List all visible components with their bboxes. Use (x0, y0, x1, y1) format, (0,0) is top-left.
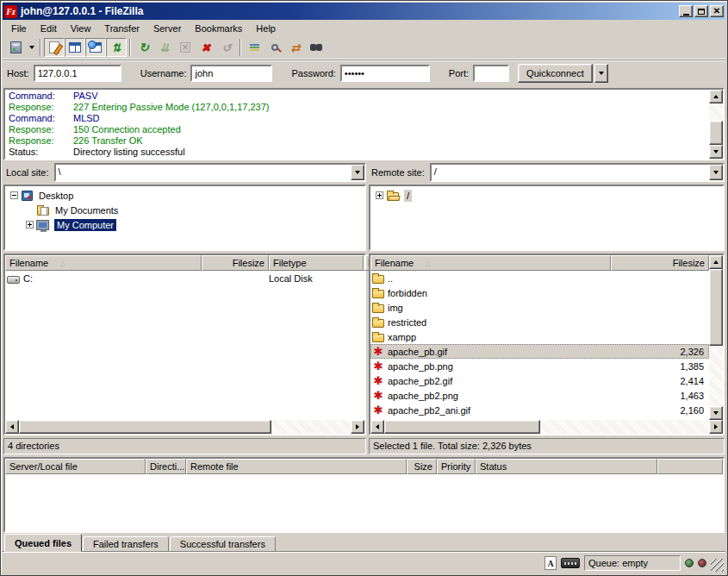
file-row[interactable]: apache_pb2.png1,463 (370, 388, 709, 403)
directory-comparison-button[interactable] (264, 38, 285, 57)
tab-successful-transfers[interactable]: Successful transfers (170, 536, 276, 552)
column-header-filesize[interactable]: Filesize (611, 255, 709, 271)
toggle-message-log-button[interactable] (44, 38, 65, 57)
queue-size-indicator: Queue: empty (584, 555, 681, 571)
column-header-filename[interactable]: Filename (5, 255, 202, 271)
file-row[interactable]: apache_pb2_ani.gif2,160 (370, 403, 709, 417)
username-input[interactable] (190, 65, 272, 82)
scroll-down-button[interactable] (709, 145, 723, 159)
reconnect-button[interactable] (216, 38, 237, 57)
scrollbar-thumb[interactable] (709, 121, 723, 145)
minimize-icon (683, 14, 689, 16)
folder-icon (372, 334, 384, 342)
cancel-operation-button[interactable] (175, 38, 196, 57)
menu-view[interactable]: View (64, 22, 98, 35)
tab-queued-files[interactable]: Queued files (4, 534, 82, 552)
quickconnect-dropdown-button[interactable] (594, 64, 608, 83)
scrollbar-thumb[interactable] (709, 269, 723, 346)
file-row[interactable]: .. (370, 271, 709, 285)
refresh-button[interactable] (134, 38, 154, 57)
refresh-icon (139, 41, 149, 53)
port-input[interactable] (473, 65, 509, 82)
scroll-left-button[interactable] (5, 420, 19, 434)
maximize-button[interactable] (694, 5, 708, 17)
toggle-local-tree-button[interactable] (65, 38, 85, 57)
process-queue-button[interactable] (154, 38, 175, 57)
log-scrollbar[interactable] (709, 90, 723, 159)
close-button[interactable] (710, 5, 724, 17)
local-horizontal-scrollbar[interactable] (5, 420, 364, 434)
remote-horizontal-scrollbar[interactable] (370, 420, 723, 434)
password-input[interactable] (340, 65, 430, 82)
toggle-remote-tree-button[interactable] (85, 38, 106, 57)
local-site-value[interactable]: \ (56, 165, 351, 180)
tree-item-my-computer[interactable]: My Computer (7, 217, 364, 232)
filename-filters-button[interactable] (244, 38, 264, 57)
column-header-size[interactable]: Size (407, 459, 437, 474)
image-file-icon (372, 360, 384, 373)
local-site-combobox[interactable]: \ (54, 163, 366, 182)
file-row[interactable]: img (370, 300, 709, 315)
scroll-up-button[interactable] (709, 90, 723, 103)
tree-item-desktop[interactable]: Desktop (7, 188, 364, 203)
file-row[interactable]: restricted (370, 315, 709, 329)
expand-icon[interactable] (376, 191, 383, 199)
transfer-type-icon[interactable] (544, 556, 557, 570)
column-header-filetype[interactable]: Filetype (269, 255, 364, 271)
folder-icon (372, 275, 384, 284)
scrollbar-thumb[interactable] (384, 420, 540, 434)
remote-vertical-scrollbar[interactable] (709, 255, 723, 420)
sort-ascending-icon (59, 260, 65, 267)
tree-item-root[interactable]: / (372, 188, 723, 203)
speed-limit-icon[interactable] (561, 558, 580, 568)
remote-site-value[interactable]: / (432, 165, 709, 180)
menu-transfer[interactable]: Transfer (97, 22, 146, 35)
scroll-left-button[interactable] (370, 420, 384, 434)
folder-icon (372, 304, 384, 313)
column-header-direction[interactable]: Directi... (146, 459, 186, 474)
cancel-icon (180, 42, 190, 53)
column-header-status[interactable]: Status (476, 459, 657, 474)
file-row-selected[interactable]: apache_pb.gif2,326 (370, 344, 709, 359)
site-manager-button[interactable] (5, 38, 26, 57)
column-header-server-local-file[interactable]: Server/Local file (5, 459, 146, 474)
find-files-button[interactable] (306, 38, 327, 57)
collapse-icon[interactable] (10, 191, 18, 199)
tab-failed-transfers[interactable]: Failed transfers (83, 536, 169, 552)
scroll-up-button[interactable] (709, 255, 723, 269)
column-header-priority[interactable]: Priority (437, 459, 476, 474)
remote-site-dropdown-button[interactable] (709, 165, 723, 180)
disconnect-icon (202, 42, 211, 53)
menu-bookmarks[interactable]: Bookmarks (188, 22, 249, 35)
file-row[interactable]: forbidden (370, 285, 709, 300)
tree-item-my-documents[interactable]: My Documents (7, 203, 364, 217)
quickconnect-button[interactable]: Quickconnect (518, 64, 593, 83)
scroll-right-button[interactable] (351, 420, 364, 434)
column-header-remote-file[interactable]: Remote file (186, 459, 407, 474)
local-site-dropdown-button[interactable] (351, 165, 364, 180)
file-row[interactable]: apache_pb2.gif2,414 (370, 373, 709, 388)
site-manager-dropdown-button[interactable] (26, 38, 37, 57)
scroll-right-button[interactable] (709, 420, 723, 434)
expand-icon[interactable] (26, 221, 34, 229)
scroll-down-button[interactable] (709, 406, 723, 420)
local-site-label: Local site: (3, 167, 54, 178)
menu-help[interactable]: Help (249, 22, 283, 35)
disconnect-button[interactable] (196, 38, 216, 57)
column-header-filename[interactable]: Filename (370, 255, 611, 271)
file-row[interactable]: C: Local Disk (5, 271, 364, 285)
synchronized-browsing-button[interactable] (285, 38, 306, 57)
file-row[interactable]: xampp (370, 329, 709, 344)
file-row[interactable]: apache_pb.png1,385 (370, 359, 709, 373)
toggle-transfer-queue-button[interactable] (106, 38, 127, 57)
remote-site-combobox[interactable]: / (430, 163, 725, 182)
menu-file[interactable]: File (4, 22, 34, 35)
queue-body[interactable] (5, 474, 723, 531)
host-input[interactable] (34, 65, 121, 82)
menu-edit[interactable]: Edit (34, 22, 64, 35)
minimize-button[interactable] (679, 5, 693, 17)
column-header-filesize[interactable]: Filesize (202, 255, 269, 271)
scrollbar-thumb[interactable] (19, 420, 271, 434)
menu-server[interactable]: Server (146, 22, 188, 35)
resize-grip[interactable] (711, 559, 724, 572)
